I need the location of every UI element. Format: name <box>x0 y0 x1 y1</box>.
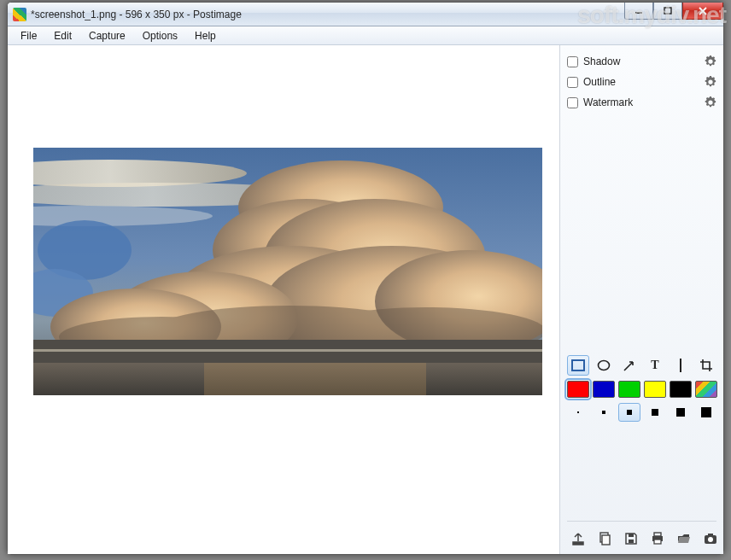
svg-rect-34 <box>708 534 713 536</box>
svg-rect-32 <box>654 540 661 544</box>
gear-icon[interactable] <box>705 96 716 108</box>
tool-line[interactable] <box>670 355 692 376</box>
option-watermark-row: Watermark <box>567 93 716 112</box>
svg-rect-29 <box>629 534 634 537</box>
svg-rect-25 <box>680 359 681 372</box>
print-icon <box>651 532 664 545</box>
maximize-button[interactable] <box>653 3 682 20</box>
minimize-icon <box>635 7 643 15</box>
camera-icon <box>704 533 717 545</box>
menubar: File Edit Capture Options Help <box>8 26 723 45</box>
save-icon <box>624 532 638 545</box>
menu-edit[interactable]: Edit <box>46 28 79 44</box>
action-bar <box>567 521 716 549</box>
menu-capture[interactable]: Capture <box>81 28 133 44</box>
watermark-label: Watermark <box>583 96 705 108</box>
svg-rect-28 <box>629 540 634 543</box>
tool-text[interactable]: T <box>644 355 666 376</box>
upload-icon <box>571 532 585 545</box>
menu-options[interactable]: Options <box>135 28 185 44</box>
maximize-icon <box>664 7 672 15</box>
svg-rect-27 <box>602 535 610 545</box>
svg-rect-23 <box>572 360 584 370</box>
open-button[interactable] <box>673 528 695 549</box>
color-blue[interactable] <box>593 381 615 398</box>
size-5[interactable] <box>670 403 692 422</box>
gear-icon[interactable] <box>705 76 716 88</box>
svg-rect-30 <box>654 533 661 536</box>
svg-rect-19 <box>33 340 542 365</box>
menu-file[interactable]: File <box>13 28 44 44</box>
svg-point-35 <box>708 537 713 542</box>
svg-rect-22 <box>204 363 426 395</box>
tool-palette: T <box>567 355 716 376</box>
size-palette <box>567 403 716 422</box>
close-icon <box>698 7 708 15</box>
tool-crop[interactable] <box>695 355 717 376</box>
minimize-button[interactable] <box>624 3 653 20</box>
outline-label: Outline <box>583 76 705 88</box>
color-palette <box>567 381 716 398</box>
menu-help[interactable]: Help <box>187 28 224 44</box>
client-area: Shadow Outline Watermark T <box>8 45 723 554</box>
text-icon: T <box>651 359 658 372</box>
color-yellow[interactable] <box>644 381 666 398</box>
close-button[interactable] <box>682 3 723 20</box>
svg-point-24 <box>599 361 610 370</box>
line-icon <box>678 358 683 373</box>
tool-arrow[interactable] <box>618 355 640 376</box>
camera-button[interactable] <box>699 528 722 549</box>
option-outline-row: Outline <box>567 73 716 91</box>
color-green[interactable] <box>618 381 640 398</box>
folder-open-icon <box>677 532 691 545</box>
svg-rect-0 <box>635 12 642 14</box>
size-1[interactable] <box>567 403 589 422</box>
size-2[interactable] <box>593 403 615 422</box>
screenshot-image[interactable] <box>33 148 542 395</box>
app-icon <box>13 8 26 21</box>
crop-icon <box>699 359 713 372</box>
canvas-area[interactable] <box>8 45 559 554</box>
color-black[interactable] <box>670 381 692 398</box>
color-custom[interactable] <box>695 381 717 398</box>
copy-button[interactable] <box>594 528 616 549</box>
tool-ellipse[interactable] <box>593 355 615 376</box>
option-shadow-row: Shadow <box>567 52 716 71</box>
tool-rectangle[interactable] <box>567 355 589 376</box>
window-controls <box>624 3 723 20</box>
print-button[interactable] <box>646 528 669 549</box>
clouds-illustration <box>33 148 542 395</box>
upload-button[interactable] <box>567 528 589 549</box>
window-title: *screenshot_1.png - 596 x 350 px - Posti… <box>31 9 242 20</box>
size-4[interactable] <box>644 403 666 422</box>
color-red[interactable] <box>567 381 589 398</box>
shadow-label: Shadow <box>583 55 705 67</box>
outline-checkbox[interactable] <box>567 77 578 88</box>
app-window: *screenshot_1.png - 596 x 350 px - Posti… <box>7 2 724 555</box>
rectangle-icon <box>571 359 585 371</box>
size-3[interactable] <box>618 403 640 422</box>
copy-icon <box>598 532 611 545</box>
save-button[interactable] <box>620 528 642 549</box>
titlebar[interactable]: *screenshot_1.png - 596 x 350 px - Posti… <box>8 3 723 26</box>
arrow-icon <box>623 359 636 372</box>
gear-icon[interactable] <box>705 55 716 67</box>
svg-rect-1 <box>664 8 671 14</box>
ellipse-icon <box>597 359 611 371</box>
size-6[interactable] <box>695 403 717 422</box>
shadow-checkbox[interactable] <box>567 56 578 67</box>
watermark-checkbox[interactable] <box>567 97 578 108</box>
sidebar: Shadow Outline Watermark T <box>559 45 723 554</box>
svg-rect-20 <box>33 349 542 352</box>
